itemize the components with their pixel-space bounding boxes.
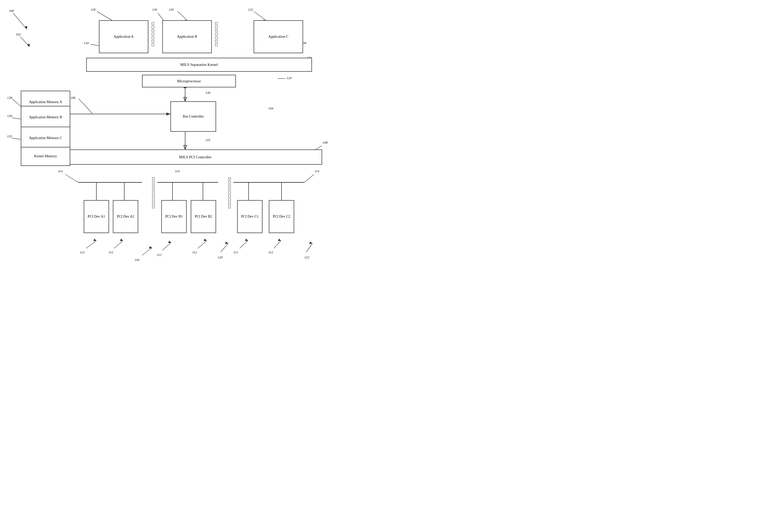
app-a-label: Application A — [114, 34, 134, 39]
svg-marker-1 — [27, 44, 30, 47]
app-c-box: Application C — [254, 20, 303, 53]
pci-b1-box: PCI Dev B1 — [161, 200, 186, 233]
svg-marker-28 — [168, 241, 171, 243]
label-108: 108 — [323, 141, 328, 145]
pci-c1-label: PCI Dev C1 — [241, 214, 259, 219]
squares-pci-right — [228, 177, 231, 208]
label-112c: 112 — [157, 253, 161, 257]
mils-pci-label: MILS PCI Controller — [179, 155, 212, 159]
app-c-label: Application C — [268, 34, 288, 39]
label-120a: 120 — [169, 8, 174, 12]
label-128: 128 — [7, 96, 12, 100]
svg-marker-34 — [309, 242, 313, 244]
kernel-mem-box: Kernel Memory — [21, 147, 70, 166]
svg-marker-32 — [245, 239, 248, 241]
app-mem-c-label: Application Memory C — [29, 136, 62, 140]
label-112b: 112 — [108, 250, 113, 254]
app-mem-b-label: Application Memory B — [29, 115, 62, 120]
label-104: 104 — [268, 106, 273, 110]
label-118b: 118 — [134, 258, 139, 262]
bus-controller-label: Bus Controller — [183, 114, 204, 119]
microprocessor-box: Microprocessor — [142, 75, 236, 87]
pci-a2-label: PCI Dev A2 — [117, 214, 134, 219]
bus-controller-box: Bus Controller — [170, 101, 216, 132]
label-122a: 122 — [248, 8, 253, 12]
label-106: 106 — [70, 96, 76, 100]
label-134: 134 — [84, 41, 89, 45]
label-136: 136 — [152, 8, 157, 12]
pci-b2-label: PCI Dev B2 — [195, 214, 212, 219]
label-112a: 112 — [80, 250, 85, 254]
microprocessor-label: Microprocessor — [177, 79, 201, 83]
mils-kernel-box: MILS Separation Kernel — [86, 58, 312, 72]
label-122b: 122 — [304, 255, 309, 259]
squares-pci-left — [152, 177, 155, 208]
squares-136-left — [152, 22, 154, 46]
app-mem-b-box: Application Memory B — [21, 106, 70, 129]
svg-marker-8 — [183, 97, 186, 101]
squares-136-right — [215, 22, 218, 46]
svg-marker-30 — [204, 239, 207, 241]
svg-marker-31 — [225, 242, 228, 244]
label-130: 130 — [7, 114, 12, 118]
app-mem-c-box: Application Memory C — [21, 127, 70, 149]
svg-marker-27 — [120, 239, 123, 241]
kernel-mem-label: Kernel Memory — [34, 154, 57, 159]
pci-a2-box: PCI Dev A2 — [113, 200, 138, 233]
label-102: 102 — [16, 32, 21, 36]
svg-marker-26 — [93, 239, 96, 241]
app-mem-a-label: Application Memory A — [29, 100, 62, 104]
app-b-label: Application B — [177, 34, 197, 39]
label-110: 110 — [206, 138, 210, 142]
pci-c2-box: PCI Dev C2 — [269, 200, 294, 233]
label-114c: 114 — [315, 169, 319, 173]
pci-a1-label: PCI Dev A1 — [88, 214, 105, 219]
label-126: 126 — [206, 91, 211, 95]
pci-b2-box: PCI Dev B2 — [191, 200, 216, 233]
svg-marker-29 — [149, 246, 152, 249]
label-114a: 114 — [58, 169, 63, 173]
svg-marker-33 — [278, 239, 281, 241]
label-114b: 114 — [175, 169, 180, 173]
label-124: 124 — [287, 76, 292, 80]
label-120b: 120 — [218, 255, 223, 259]
pci-c2-label: PCI Dev C2 — [273, 214, 290, 219]
pci-b1-label: PCI Dev B1 — [165, 214, 182, 219]
label-112d: 112 — [192, 250, 197, 254]
svg-marker-13 — [166, 112, 170, 116]
label-132: 132 — [7, 134, 12, 138]
app-b-box: Application B — [162, 20, 212, 53]
svg-marker-0 — [25, 26, 27, 29]
label-118a: 118 — [91, 8, 96, 12]
mils-pci-box: MILS PCI Controller — [68, 149, 322, 165]
pci-a1-box: PCI Dev A1 — [84, 200, 109, 233]
svg-marker-10 — [183, 145, 186, 149]
label-100: 100 — [9, 9, 14, 13]
pci-c1-box: PCI Dev C1 — [237, 200, 263, 233]
label-112f: 112 — [268, 250, 273, 254]
diagram: 100 102 118 136 120 122 134 138 116 124 … — [0, 0, 386, 266]
mils-kernel-label: MILS Separation Kernel — [180, 63, 218, 67]
label-112e: 112 — [233, 250, 238, 254]
app-a-box: Application A — [99, 20, 148, 53]
